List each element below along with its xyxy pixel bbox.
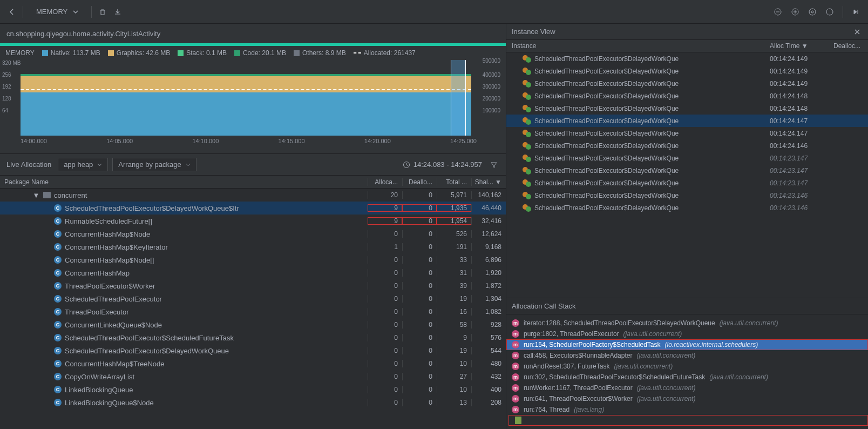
frame-package: (io.reactivex.internal.schedulers) — [665, 341, 758, 348]
instance-row[interactable]: ScheduledThreadPoolExecutor$DelayedWorkQ… — [506, 164, 868, 177]
instance-row[interactable]: ScheduledThreadPoolExecutor$DelayedWorkQ… — [506, 177, 868, 189]
col-deallocations[interactable]: Deallo... — [402, 178, 437, 186]
filter-button[interactable] — [486, 157, 501, 172]
instance-name: ScheduledThreadPoolExecutor$DelayedWorkQ… — [534, 92, 679, 100]
class-row[interactable]: C RunnableScheduledFuture[] 9 0 1,954 32… — [0, 215, 506, 227]
class-row[interactable]: C ThreadPoolExecutor$Worker 0 0 39 1,872 — [0, 279, 506, 292]
class-row[interactable]: C ThreadPoolExecutor 0 0 16 1,082 — [0, 305, 506, 318]
class-row[interactable]: C ConcurrentHashMap 0 0 31 1,920 — [0, 266, 506, 279]
class-name: ScheduledThreadPoolExecutor — [65, 295, 162, 303]
heap-dropdown[interactable]: app heap — [58, 158, 108, 171]
package-folder-row[interactable]: ▼ concurrent 20 0 5,971 140,162 — [0, 189, 506, 202]
col-shallow[interactable]: Shal... ▼ — [471, 178, 506, 186]
class-icon: C — [54, 308, 62, 316]
col-package-name[interactable]: Package Name — [0, 178, 368, 186]
instance-row[interactable]: ScheduledThreadPoolExecutor$DelayedWorkQ… — [506, 77, 868, 90]
instance-row[interactable]: ScheduledThreadPoolExecutor$DelayedWorkQ… — [506, 102, 868, 115]
instance-row[interactable]: ScheduledThreadPoolExecutor$DelayedWorkQ… — [506, 189, 868, 202]
left-panel: cn.shopping.qiyegou.home.activity.CityLi… — [0, 24, 506, 429]
class-row[interactable]: C ScheduledThreadPoolExecutor$DelayedWor… — [0, 202, 506, 215]
class-name: ConcurrentHashMap — [65, 269, 130, 277]
allocation-call-stack: Allocation Call Stack m iterator:1288, S… — [506, 298, 868, 429]
legend-memory-tag: MEMORY — [5, 49, 35, 57]
stack-frame[interactable]: m run:764, Thread (java.lang) — [506, 404, 868, 415]
stack-frame[interactable]: m run:302, ScheduledThreadPoolExecutor$S… — [506, 372, 868, 383]
stack-frame[interactable]: m iterator:1288, ScheduledThreadPoolExec… — [506, 318, 868, 329]
method-icon: m — [512, 395, 519, 403]
instance-alloc-time: 00:14:24.146 — [765, 142, 830, 150]
stack-frame[interactable]: m call:458, Executors$RunnableAdapter (j… — [506, 350, 868, 361]
class-row[interactable]: C LinkedBlockingQueue$Node 0 0 13 208 — [0, 396, 506, 409]
class-name: ConcurrentHashMap$Node — [65, 230, 150, 238]
stack-frame[interactable]: m run:154, SchedulerPoolFactory$Schedule… — [506, 339, 868, 350]
expand-arrow-icon[interactable]: ▼ — [32, 191, 40, 199]
class-row[interactable]: C CopyOnWriteArrayList 0 0 27 432 — [0, 370, 506, 383]
instance-row[interactable]: ScheduledThreadPoolExecutor$DelayedWorkQ… — [506, 115, 868, 127]
legend-allocated: Allocated: 261437 — [354, 49, 416, 57]
class-row[interactable]: C ConcurrentHashMap$KeyIterator 1 0 191 … — [0, 240, 506, 253]
delete-button[interactable] — [95, 4, 110, 19]
svg-point-5 — [809, 9, 816, 15]
class-row[interactable]: C ScheduledThreadPoolExecutor 0 0 19 1,3… — [0, 292, 506, 305]
instance-row[interactable]: ScheduledThreadPoolExecutor$DelayedWorkQ… — [506, 152, 868, 164]
instance-row[interactable]: ScheduledThreadPoolExecutor$DelayedWorkQ… — [506, 127, 868, 139]
stack-thread[interactable] — [508, 415, 868, 426]
col-alloc-time[interactable]: Alloc Time ▼ — [765, 42, 830, 50]
method-icon: m — [512, 406, 519, 413]
stack-frame[interactable]: m purge:1802, ThreadPoolExecutor (java.u… — [506, 329, 868, 339]
class-row[interactable]: C ConcurrentLinkedQueue$Node 0 0 58 928 — [0, 318, 506, 331]
frame-method: run:764, Thread — [524, 406, 569, 413]
thread-icon — [515, 417, 521, 424]
instance-name: ScheduledThreadPoolExecutor$DelayedWorkQ… — [534, 142, 679, 150]
memory-chart[interactable]: MEMORY Native: 113.7 MB Graphics: 42.6 M… — [0, 46, 506, 154]
instance-icon — [523, 68, 531, 75]
go-to-end-button[interactable] — [849, 4, 864, 19]
method-icon: m — [512, 341, 519, 348]
instance-row[interactable]: ScheduledThreadPoolExecutor$DelayedWorkQ… — [506, 65, 868, 77]
zoom-out-button[interactable] — [770, 4, 785, 19]
clock-icon — [403, 161, 410, 169]
instance-row[interactable]: ScheduledThreadPoolExecutor$DelayedWorkQ… — [506, 202, 868, 214]
memory-dropdown[interactable]: MEMORY — [31, 5, 84, 18]
col-instance[interactable]: Instance — [506, 42, 765, 50]
zoom-reset-button[interactable] — [805, 4, 820, 19]
frame-method: call:458, Executors$RunnableAdapter — [524, 352, 632, 359]
instance-row[interactable]: ScheduledThreadPoolExecutor$DelayedWorkQ… — [506, 139, 868, 152]
instance-row[interactable]: ScheduledThreadPoolExecutor$DelayedWorkQ… — [506, 52, 868, 65]
frame-method: runWorker:1167, ThreadPoolExecutor — [524, 384, 633, 392]
legend-code: Code: 20.1 MB — [234, 49, 286, 57]
class-row[interactable]: C ConcurrentHashMap$Node 0 0 526 12,624 — [0, 227, 506, 240]
instance-row[interactable]: ScheduledThreadPoolExecutor$DelayedWorkQ… — [506, 90, 868, 102]
stack-frame[interactable]: m runAndReset:307, FutureTask (java.util… — [506, 361, 868, 372]
method-icon: m — [512, 330, 519, 338]
stack-frame[interactable]: m runWorker:1167, ThreadPoolExecutor (ja… — [506, 383, 868, 393]
activity-bar: cn.shopping.qiyegou.home.activity.CityLi… — [0, 24, 506, 43]
close-icon[interactable] — [852, 26, 863, 37]
class-row[interactable]: C ScheduledThreadPoolExecutor$ScheduledF… — [0, 331, 506, 344]
col-allocations[interactable]: Alloca... — [368, 178, 402, 186]
instance-icon — [523, 155, 531, 162]
back-button[interactable] — [4, 4, 19, 19]
frame-method: run:154, SchedulerPoolFactory$ScheduledT… — [524, 341, 661, 348]
col-total[interactable]: Total ... — [437, 178, 471, 186]
instance-alloc-time: 00:14:24.148 — [765, 105, 830, 112]
export-button[interactable] — [110, 4, 125, 19]
divider — [91, 6, 92, 18]
stack-frame[interactable]: m run:641, ThreadPoolExecutor$Worker (ja… — [506, 393, 868, 404]
class-name: ThreadPoolExecutor — [65, 308, 129, 316]
y-right-tick: 200000 — [483, 96, 500, 102]
class-row[interactable]: C ConcurrentHashMap$Node[] 0 0 33 6,896 — [0, 253, 506, 266]
divider — [843, 6, 843, 18]
frame-package: (java.util.concurrent) — [636, 352, 695, 359]
class-row[interactable]: C ScheduledThreadPoolExecutor$DelayedWor… — [0, 344, 506, 357]
instance-icon — [523, 55, 531, 63]
chart-selection[interactable] — [451, 60, 466, 136]
zoom-fit-button[interactable] — [822, 4, 837, 19]
legend-native: Native: 113.7 MB — [42, 49, 100, 57]
zoom-in-button[interactable] — [788, 4, 803, 19]
folder-icon — [43, 192, 51, 198]
class-row[interactable]: C ConcurrentHashMap$TreeNode 0 0 10 480 — [0, 357, 506, 370]
arrange-dropdown[interactable]: Arrange by package — [112, 158, 196, 171]
col-dealloc-time[interactable]: Dealloc... — [830, 42, 868, 50]
class-row[interactable]: C LinkedBlockingQueue 0 0 10 400 — [0, 383, 506, 396]
